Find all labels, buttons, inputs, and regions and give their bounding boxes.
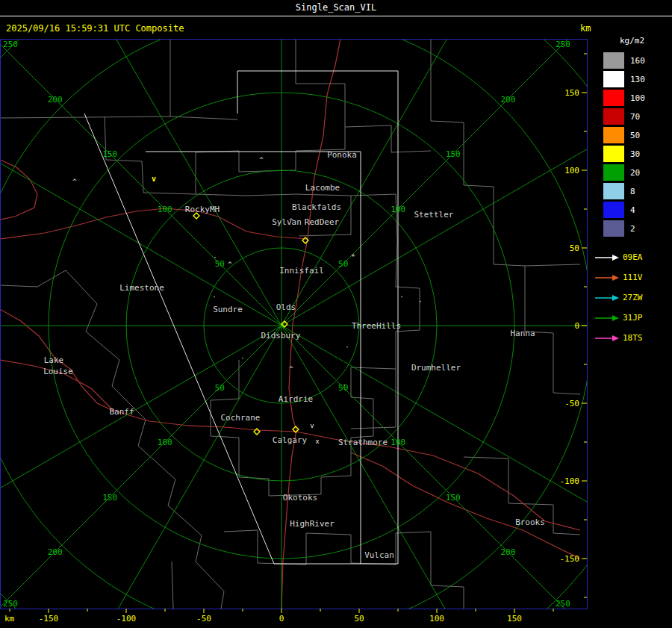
x-axis-tick-label: -100 (116, 614, 137, 624)
range-label-200: 200 (48, 95, 63, 105)
obs-marker: · (345, 343, 349, 351)
obs-marker: · (399, 293, 403, 301)
legend-entry: 130 (603, 71, 672, 87)
x-axis-tick-label: 50 (354, 614, 364, 624)
legend-entry: 30 (603, 146, 672, 162)
station-id: 31JP (623, 313, 643, 323)
yellow-marker: v (152, 175, 156, 183)
legend-color-swatch (603, 52, 624, 69)
city-label-blackfalds: Blackfalds (292, 202, 341, 212)
legend-color-swatch (603, 127, 624, 143)
sidebar: kg/m2 16013010070503020842 09EA111V27ZW3… (590, 16, 672, 628)
range-label-250: 250 (556, 599, 570, 609)
radar-map-canvas[interactable]: 5050505010010010010015015015015020020020… (0, 39, 590, 628)
station-entry-31JP: 31JP (594, 308, 672, 328)
range-label-150: 150 (446, 493, 461, 503)
legend-color-swatch (603, 108, 624, 125)
city-label-hanna: Hanna (510, 329, 535, 338)
city-label-louise: Louise (43, 367, 73, 376)
range-label-200: 200 (48, 547, 63, 557)
legend-color-swatch (603, 164, 624, 181)
obs-marker: ^ (259, 156, 264, 164)
obs-marker: ^ (289, 365, 293, 373)
city-label-ponoka: Ponoka (327, 150, 357, 160)
station-arrow-icon (594, 334, 620, 343)
city-label-rockymh: RockyMH (185, 205, 220, 214)
station-legend: 09EA111V27ZW31JP18TS (594, 247, 672, 348)
x-axis-tick-label: 100 (429, 614, 444, 624)
city-label-reddeer: RedDeer (305, 217, 340, 227)
city-label-strathmore: Strathmore (338, 438, 388, 447)
city-label-airdrie: Airdrie (279, 394, 313, 404)
city-label-vulcan: Vulcan (364, 550, 394, 560)
legend-value: 70 (630, 112, 640, 122)
city-label-drumheller: Drumheller (411, 363, 461, 373)
city-label-highriver: HighRiver (290, 519, 335, 529)
station-entry-18TS: 18TS (594, 328, 672, 348)
city-labels-group: PonokaLacombeBlackfaldsSylvanRedDeerStet… (43, 150, 545, 560)
obs-marker: ^ (289, 217, 293, 225)
header-bar: 2025/09/16 15:59:31 UTC Composite km (0, 16, 672, 39)
range-label-100: 100 (158, 205, 172, 214)
obs-marker: x (315, 438, 320, 445)
city-label-lacombe: Lacombe (305, 183, 340, 193)
legend-entry: 160 (603, 52, 672, 69)
station-arrow-icon (594, 273, 620, 282)
city-label-calgary: Calgary (273, 435, 308, 445)
city-label-lake: Lake (44, 355, 64, 365)
city-label-banff: Banff (109, 407, 134, 417)
radar-map[interactable]: 5050505010010010010015015015015020020020… (0, 39, 590, 628)
station-arrow-icon (594, 293, 620, 302)
y-axis-tick-label: -50 (564, 399, 579, 408)
station-arrow-icon (594, 253, 620, 262)
city-label-sundre: Sundre (213, 305, 243, 314)
legend-color-swatch (603, 90, 624, 106)
city-label-threehills: ThreeHills (352, 321, 401, 331)
legend-value: 130 (630, 75, 645, 84)
y-axis-tick-label: -100 (560, 476, 580, 486)
legend-entry: 8 (603, 183, 672, 199)
range-label-250: 250 (3, 599, 18, 609)
station-entry-09EA: 09EA (594, 247, 672, 267)
obs-marker: · (418, 298, 422, 305)
obs-marker: ^ (228, 261, 232, 268)
y-axis-tick-label: 50 (570, 243, 579, 253)
obs-marker: · (212, 293, 216, 301)
legend-color-swatch (603, 220, 624, 237)
legend-value: 160 (630, 56, 645, 66)
legend-value: 50 (630, 131, 640, 140)
city-label-brooks: Brooks (515, 517, 545, 527)
station-entry-27ZW: 27ZW (594, 287, 672, 308)
legend-value: 8 (630, 187, 635, 196)
city-label-stettler: Stettler (414, 210, 454, 220)
legend-entry: 50 (603, 127, 672, 143)
obs-marker: · (342, 382, 346, 389)
station-id: 09EA (623, 252, 643, 262)
obs-marker: ^ (72, 178, 77, 185)
scan-area-outline (84, 71, 398, 564)
city-label-sylvan: Sylvan (272, 217, 302, 227)
legend-value: 2 (630, 224, 635, 234)
range-label-200: 200 (500, 547, 515, 557)
obs-marker: * (351, 253, 355, 261)
y-axis-tick-label: 150 (564, 88, 579, 98)
legend-value: 30 (630, 149, 640, 159)
legend-value: 100 (630, 93, 645, 103)
obs-marker: v (310, 422, 314, 429)
legend-color-swatch (603, 183, 624, 199)
range-label-150: 150 (446, 149, 461, 159)
range-labels-group: 5050505010010010010015015015015020020020… (3, 40, 570, 609)
range-label-50: 50 (338, 259, 348, 269)
city-label-cochrane: Cochrane (221, 413, 261, 423)
city-label-didsbury: Didsbury (261, 331, 301, 341)
range-label-50: 50 (215, 383, 225, 393)
range-label-100: 100 (391, 438, 405, 447)
range-label-200: 200 (500, 95, 515, 105)
legend-color-swatch (603, 146, 624, 162)
y-axis-tick-label: -150 (560, 554, 580, 564)
range-label-250: 250 (556, 40, 570, 49)
color-legend: 16013010070503020842 (603, 52, 672, 237)
range-label-250: 250 (3, 40, 18, 49)
city-label-olds: Olds (276, 302, 296, 312)
window-title: Single_Scan_VIL (296, 2, 376, 13)
